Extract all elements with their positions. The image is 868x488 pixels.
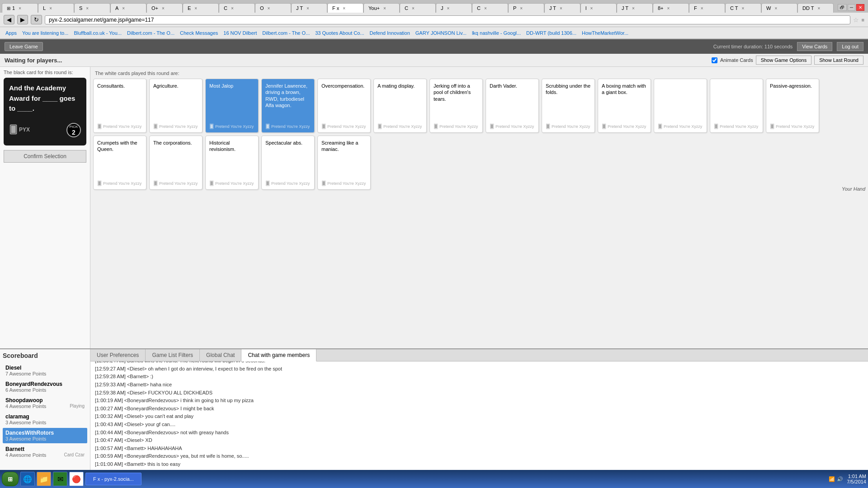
chat-tab-0[interactable]: User Preferences: [90, 349, 146, 361]
pyx-logo-text: PYX: [19, 126, 30, 134]
tab-c3[interactable]: C ×: [472, 3, 508, 13]
white-card-6[interactable]: Jerking off into a pool of children's te…: [429, 79, 483, 133]
tab-jt2[interactable]: J T ×: [544, 3, 580, 13]
chat-tab-2[interactable]: Global Chat: [200, 349, 241, 361]
start-button[interactable]: ⊞: [2, 472, 19, 486]
white-card-4[interactable]: Overcompensation. 🂠 Pretend You're Xyzzy: [317, 79, 371, 133]
tab-jt[interactable]: J T ×: [291, 3, 327, 13]
card-text-13: Crumpets with the Queen.: [97, 140, 142, 153]
bookmark-gary[interactable]: GARY JOHNSON Liv...: [414, 29, 468, 37]
white-card-5[interactable]: A mating display. 🂠 Pretend You're Xyzzy: [373, 79, 427, 133]
confirm-selection-button[interactable]: Confirm Selection: [4, 150, 86, 163]
card-footer-12: 🂠 Pretend You're Xyzzy: [770, 124, 815, 129]
tab-you[interactable]: You+ ×: [363, 3, 400, 13]
card-text-6: Jerking off into a pool of children's te…: [434, 83, 479, 102]
tab-e[interactable]: E ×: [183, 3, 219, 13]
card-text-4: Overcompensation.: [321, 83, 367, 89]
tab-fx[interactable]: F x ×: [327, 3, 363, 13]
white-card-12[interactable]: Passive-agression. 🂠 Pretend You're Xyzz…: [766, 79, 819, 133]
bookmark-dilbert1[interactable]: Dilbert.com - The O...: [125, 29, 176, 37]
card-footer-16: 🂠 Pretend You're Xyzzy: [265, 181, 311, 186]
tab-dd[interactable]: DD T ×: [797, 3, 834, 13]
white-card-0[interactable]: Consultants. 🂠 Pretend You're Xyzzy: [93, 79, 146, 133]
white-card-3[interactable]: Jennifer Lawrence, driving a brown, RWD,…: [261, 79, 315, 133]
score-entry-1: BoneyardRendezvous 6 Awesome Points: [3, 379, 87, 394]
chat-area: User PreferencesGame List FiltersGlobal …: [90, 349, 868, 488]
bottom-area: Scoreboard Diesel 7 Awesome Points Boney…: [0, 348, 868, 488]
tab-jt3[interactable]: J T ×: [617, 3, 653, 13]
restore-btn[interactable]: 🗗: [838, 4, 847, 11]
bookmark-bluffball[interactable]: Bluffball.co.uk - You...: [72, 29, 123, 37]
animate-cards-checkbox[interactable]: [712, 57, 717, 63]
bookmark-33quotes[interactable]: 33 Quotes About Co...: [313, 29, 366, 37]
bookmark-lkq[interactable]: lkq nashville - Googl...: [470, 29, 523, 37]
chat-tab-1[interactable]: Game List Filters: [146, 349, 200, 361]
pick-badge: PICK 2: [66, 123, 81, 137]
minimize-btn[interactable]: ─: [848, 4, 855, 11]
bookmark-checkmsg[interactable]: Check Messages: [178, 29, 220, 37]
tab-c2[interactable]: C ×: [400, 3, 436, 13]
white-card-13[interactable]: Crumpets with the Queen. 🂠 Pretend You'r…: [93, 136, 146, 190]
logout-button[interactable]: Log out: [837, 42, 863, 51]
clock-time: 1:01 AM: [847, 474, 866, 479]
bookmark-defend[interactable]: Defend Innovation: [368, 29, 412, 37]
pick-number: 2: [72, 129, 75, 136]
tab-8[interactable]: 8+ ×: [653, 3, 689, 13]
white-card-2[interactable]: Most Jalop 🂠 Pretend You're Xyzzy: [205, 79, 259, 133]
show-game-options-button[interactable]: Show Game Options: [756, 56, 812, 65]
tab-a[interactable]: A ×: [110, 3, 146, 13]
white-card-7[interactable]: Darth Vader. 🂠 Pretend You're Xyzzy: [486, 79, 539, 133]
white-card-15[interactable]: Historical revisionism. 🂠 Pretend You're…: [205, 136, 259, 190]
bookmark-market[interactable]: HowTheMarketWor...: [580, 29, 630, 37]
chat-tab-3[interactable]: Chat with game members: [241, 349, 316, 361]
bookmark-ddwrt[interactable]: DD-WRT (build 1306...: [524, 29, 578, 37]
white-card-1[interactable]: Agriculture. 🂠 Pretend You're Xyzzy: [149, 79, 203, 133]
white-card-16[interactable]: Spectacular abs. 🂠 Pretend You're Xyzzy: [261, 136, 315, 190]
bookmark-star-icon[interactable]: ☆: [853, 16, 859, 23]
card-footer-9: 🂠 Pretend You're Xyzzy: [602, 124, 647, 129]
bookmark-dilbert2[interactable]: Dilbert.com - The O...: [260, 29, 311, 37]
tab-c1[interactable]: C ×: [219, 3, 255, 13]
white-card-14[interactable]: The corporations. 🂠 Pretend You're Xyzzy: [149, 136, 203, 190]
white-card-8[interactable]: Scrubbing under the folds. 🂠 Pretend You…: [542, 79, 595, 133]
tab-o2[interactable]: O ×: [255, 3, 291, 13]
menu-icon[interactable]: ≡: [862, 17, 864, 23]
tab-ct[interactable]: C T ×: [725, 3, 761, 13]
pyx-logo: 🂠 PYX: [9, 124, 30, 136]
tab-f[interactable]: F ×: [689, 3, 725, 13]
leave-game-button[interactable]: Leave Game: [5, 42, 43, 51]
tab-o[interactable]: O+ ×: [146, 3, 183, 13]
bookmark-16nov[interactable]: 16 NOV Dilbert: [222, 29, 259, 37]
taskbar-mail-icon[interactable]: ✉: [53, 472, 67, 486]
tab-1[interactable]: ⊞ 1 ×: [2, 3, 38, 13]
view-cards-button[interactable]: View Cards: [797, 42, 832, 51]
address-input[interactable]: pyx-2.socialgamer.net/game.jsp#game=117: [45, 15, 850, 24]
tab-l[interactable]: L ×: [38, 3, 74, 13]
cards-area: The white cards played this round are: C…: [90, 67, 868, 348]
tab-j[interactable]: J ×: [436, 3, 472, 13]
white-card-9[interactable]: A boxing match with a giant box. 🂠 Prete…: [598, 79, 651, 133]
back-button[interactable]: ◀: [4, 15, 14, 24]
taskbar-chrome-icon[interactable]: 🔴: [69, 472, 84, 486]
tab-p[interactable]: P ×: [508, 3, 544, 13]
show-last-round-button[interactable]: Show Last Round: [814, 56, 863, 65]
score-entry-5: Barnett 4 Awesome Points Card Czar: [3, 444, 87, 460]
tab-l2[interactable]: l ×: [580, 3, 617, 13]
refresh-button[interactable]: ↻: [31, 15, 42, 24]
taskbar-folder-icon[interactable]: 📁: [37, 472, 51, 486]
card-footer-text-12: Pretend You're Xyzzy: [776, 124, 814, 129]
taskbar-ie-icon[interactable]: 🌐: [20, 472, 35, 486]
forward-button[interactable]: ▶: [17, 15, 28, 24]
close-btn[interactable]: ✕: [856, 4, 864, 11]
bookmark-listening[interactable]: You are listening to...: [20, 29, 70, 37]
tab-s[interactable]: S ×: [74, 3, 110, 13]
taskbar-game-tab[interactable]: F x - pyx-2.socia...: [85, 473, 142, 485]
white-card-11[interactable]: 🂠 Pretend You're Xyzzy: [710, 79, 763, 133]
white-card-10[interactable]: 🂠 Pretend You're Xyzzy: [654, 79, 707, 133]
tab-w[interactable]: W ×: [761, 3, 797, 13]
left-panel: The black card for this round is: And th…: [0, 67, 90, 348]
score-name-3: claramag: [5, 413, 85, 420]
bookmarks-bar: Apps You are listening to... Bluffball.c…: [0, 27, 868, 39]
bookmark-apps[interactable]: Apps: [4, 29, 19, 37]
white-card-17[interactable]: Screaming like a maniac. 🂠 Pretend You'r…: [317, 136, 371, 190]
